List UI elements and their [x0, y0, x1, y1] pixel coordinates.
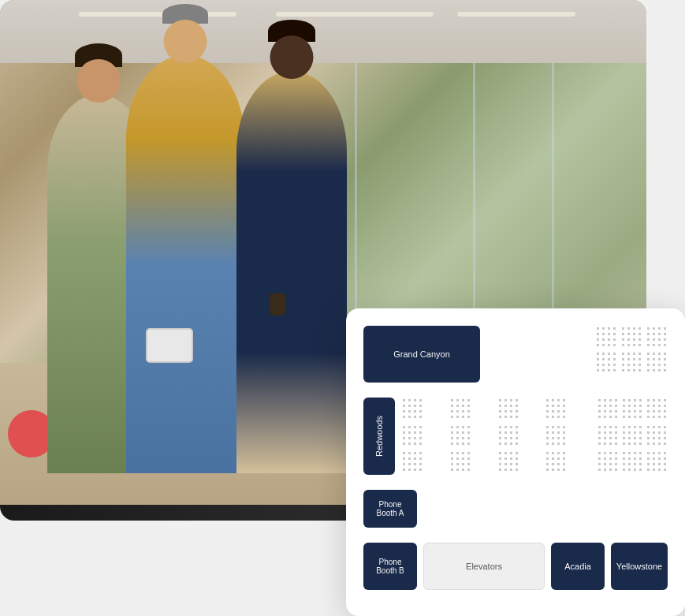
- floorplan-layout: Grand Canyon Redwoods: [363, 326, 668, 599]
- glass-partition-1: [355, 63, 357, 339]
- dot-grid-cell: [646, 326, 668, 348]
- person-1-head: [77, 59, 121, 103]
- room-elevators: Elevators: [423, 543, 545, 590]
- dot-grid-cell: [449, 424, 471, 446]
- dot-grid-cell: [595, 326, 617, 348]
- dot-grid-cell: [597, 424, 619, 446]
- dot-grid-cell: [449, 450, 471, 472]
- dot-grid-cell: [597, 398, 619, 420]
- dot-grid-cell: [401, 398, 423, 420]
- dot-grid-cell: [595, 351, 617, 373]
- person-2-body: [126, 55, 244, 473]
- dot-grid-cell: [497, 398, 519, 420]
- dot-grid-cell: [545, 398, 567, 420]
- dot-grid-cell: [401, 424, 423, 446]
- light-strip-2: [276, 12, 434, 17]
- dot-grid-cell: [646, 450, 668, 472]
- dot-grid-cell: [646, 351, 668, 373]
- room-acadia: Acadia: [551, 543, 605, 590]
- floorplan-row-4: Phone Booth B Elevators Acadia Yellowsto…: [363, 543, 668, 590]
- person-3-body: [236, 71, 347, 473]
- room-phone-booth-a: Phone Booth A: [363, 490, 417, 528]
- floorplan-row-3: Phone Booth A: [363, 490, 668, 528]
- glass-partition-2: [473, 63, 475, 339]
- light-strip-3: [457, 12, 575, 17]
- dot-grid-cell: [621, 398, 643, 420]
- floorplan-row-2: Redwoods: [363, 398, 668, 475]
- person-2: [126, 55, 244, 473]
- room-yellowstone: Yellowstone: [611, 543, 668, 590]
- person-3: [236, 71, 347, 473]
- dot-grid-cell: [401, 450, 423, 472]
- dot-grid-cell: [545, 450, 567, 472]
- room-redwoods: Redwoods: [363, 398, 395, 475]
- dot-grid-cell: [497, 424, 519, 446]
- dot-grid-cell: [545, 424, 567, 446]
- tablet-prop: [146, 328, 193, 363]
- dot-grid-cell: [620, 326, 642, 348]
- dot-grid-cell: [621, 450, 643, 472]
- coffee-cup: [270, 293, 285, 315]
- person-2-head: [164, 20, 207, 63]
- room-phone-booth-b: Phone Booth B: [363, 543, 417, 590]
- dot-grid-cell: [620, 351, 642, 373]
- dot-grid-cell: [449, 398, 471, 420]
- room-grand-canyon: Grand Canyon: [363, 326, 480, 383]
- floorplan-card: Grand Canyon Redwoods: [346, 308, 685, 616]
- floorplan-row-1: Grand Canyon: [363, 326, 668, 383]
- light-strip-1: [79, 12, 236, 17]
- dot-grid-cell: [597, 450, 619, 472]
- person-3-head: [270, 35, 314, 79]
- dot-grid-cell: [646, 424, 668, 446]
- dot-grid-cell: [621, 424, 643, 446]
- glass-partition-3: [552, 63, 554, 339]
- dot-grid-cell: [497, 450, 519, 472]
- dot-grid-cell: [646, 398, 668, 420]
